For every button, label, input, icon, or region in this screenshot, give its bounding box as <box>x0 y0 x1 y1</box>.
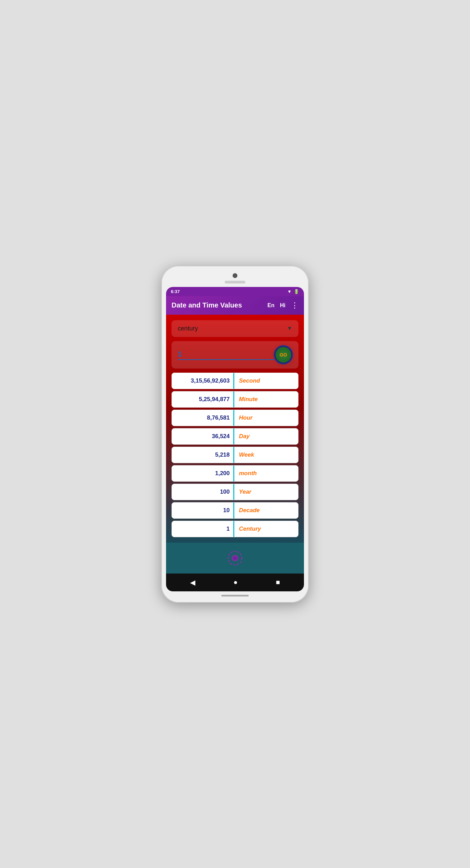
result-value-week: 5,218 <box>172 447 234 463</box>
result-value-hour: 8,76,581 <box>172 410 234 426</box>
result-value-century: 1 <box>172 521 234 537</box>
result-label-year: Year <box>234 484 298 500</box>
result-row-decade: 10 Decade <box>172 502 298 519</box>
status-bar: 6:37 ▼ 🔋 <box>166 287 304 296</box>
phone-top-hardware <box>166 272 304 284</box>
app-bar: Date and Time Values En Hi ⋮ <box>166 296 304 315</box>
result-label-day: Day <box>234 429 298 444</box>
camera <box>233 273 237 278</box>
go-button[interactable]: GO <box>274 346 292 364</box>
go-button-label: GO <box>280 352 287 358</box>
speaker <box>225 281 245 284</box>
dropdown-selected-value: century <box>178 325 198 332</box>
result-row-day: 36,524 Day <box>172 428 298 445</box>
result-row-year: 100 Year <box>172 484 298 500</box>
result-row-minute: 5,25,94,877 Minute <box>172 391 298 408</box>
result-value-year: 100 <box>172 484 234 500</box>
battery-icon: 🔋 <box>294 289 299 294</box>
footer <box>166 543 304 574</box>
wifi-icon: ▼ <box>287 289 292 294</box>
result-value-second: 3,15,56,92,603 <box>172 373 234 389</box>
chevron-down-icon: ▼ <box>287 325 292 331</box>
lang-hi-button[interactable]: Hi <box>280 302 285 309</box>
result-label-minute: Minute <box>234 391 298 407</box>
result-value-decade: 10 <box>172 503 234 518</box>
home-indicator <box>221 595 249 596</box>
result-label-week: Week <box>234 447 298 463</box>
result-label-month: month <box>234 466 298 481</box>
lang-en-button[interactable]: En <box>268 302 274 309</box>
result-row-week: 5,218 Week <box>172 447 298 463</box>
back-button[interactable]: ◀ <box>190 578 195 587</box>
result-label-hour: Hour <box>234 410 298 426</box>
app-bar-actions: En Hi ⋮ <box>268 301 298 310</box>
result-label-decade: Decade <box>234 503 298 518</box>
result-row-month: 1,200 month <box>172 465 298 482</box>
unit-dropdown[interactable]: century ▼ <box>172 320 298 337</box>
home-button[interactable]: ● <box>233 578 237 586</box>
navigation-bar: ◀ ● ■ <box>166 574 304 591</box>
phone-frame: 6:37 ▼ 🔋 Date and Time Values En Hi ⋮ ce… <box>161 266 309 603</box>
svg-point-1 <box>233 556 237 560</box>
input-container: 1 GO <box>172 341 298 369</box>
phone-bottom <box>166 595 304 596</box>
app-title: Date and Time Values <box>172 301 242 309</box>
recent-apps-button[interactable]: ■ <box>276 578 280 586</box>
result-row-century: 1 Century <box>172 521 298 537</box>
result-row-hour: 8,76,581 Hour <box>172 410 298 426</box>
phone-screen: 6:37 ▼ 🔋 Date and Time Values En Hi ⋮ ce… <box>166 287 304 591</box>
result-label-second: Second <box>234 373 298 389</box>
main-content: century ▼ 1 GO 3,15,56,92,603 Second 5,2… <box>166 315 304 543</box>
status-time: 6:37 <box>171 289 180 294</box>
results-list: 3,15,56,92,603 Second 5,25,94,877 Minute… <box>172 373 298 537</box>
result-value-day: 36,524 <box>172 429 234 444</box>
result-label-century: Century <box>234 521 298 537</box>
quantity-input[interactable]: 1 <box>178 350 274 360</box>
footer-icon <box>226 550 244 567</box>
result-value-minute: 5,25,94,877 <box>172 391 234 407</box>
result-value-month: 1,200 <box>172 466 234 481</box>
more-options-button[interactable]: ⋮ <box>291 301 298 310</box>
status-icons: ▼ 🔋 <box>287 289 299 294</box>
result-row-second: 3,15,56,92,603 Second <box>172 373 298 389</box>
